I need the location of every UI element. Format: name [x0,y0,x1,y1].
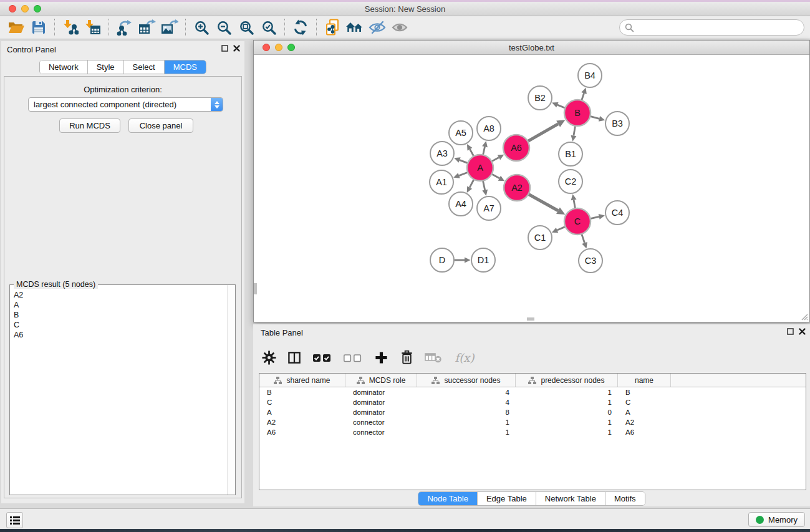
tab-select[interactable]: Select [124,60,165,74]
result-item[interactable]: A2 [10,290,226,300]
node-table[interactable]: shared nameMCDS rolesuccessor nodesprede… [259,373,806,490]
task-history-button[interactable] [6,512,23,528]
criterion-dropdown[interactable]: largest connected component (directed) [28,97,223,112]
close-window-button[interactable] [9,5,16,12]
zoom-out-icon[interactable] [213,17,235,37]
edge-C-C3[interactable] [582,234,585,243]
table-cell[interactable]: 4 [417,387,516,397]
table-cell[interactable]: A2 [259,417,345,427]
splitter-handle-bottom[interactable] [527,317,534,321]
edge-A6-B[interactable] [528,124,558,142]
edge-A-A5[interactable] [470,149,474,156]
resize-grip-icon[interactable] [800,312,808,321]
table-cell[interactable]: connector [345,417,417,427]
column-header-MCDS-role[interactable]: MCDS role [345,374,417,387]
network-graph[interactable]: B4B2BB3A8A5A6A3B1AC2A1A2A4A7C4CC1DD1C3 [254,55,809,322]
table-row[interactable]: A6connector11A6 [259,427,806,437]
unselect-all-icon[interactable] [342,349,364,365]
show-eye-icon[interactable] [388,17,411,37]
table-cell[interactable]: dominator [345,387,417,397]
function-builder-icon[interactable]: f(x) [452,349,477,365]
table-cell[interactable]: B [618,387,671,397]
memory-button[interactable]: Memory [748,512,805,527]
edge-C-C4[interactable] [591,216,599,218]
result-item[interactable]: C [10,320,226,330]
tab-network[interactable]: Network [40,60,88,74]
edge-A-A2[interactable] [491,174,499,178]
result-item[interactable]: B [10,310,226,320]
run-mcds-button[interactable]: Run MCDS [59,118,120,133]
table-row[interactable]: A2connector11A2 [259,417,806,427]
edge-C-C2[interactable] [574,200,575,209]
export-table-icon[interactable] [136,17,158,37]
table-cell[interactable]: A [259,407,345,417]
import-table-icon[interactable] [82,17,104,37]
table-row[interactable]: Cdominator41C [259,397,806,407]
edge-A-A1[interactable] [459,172,468,175]
column-header-successor-nodes[interactable]: successor nodes [417,374,516,387]
table-cell[interactable]: C [259,397,345,407]
trash-icon[interactable] [398,349,415,365]
edge-B-B1[interactable] [574,126,576,136]
float-table-panel-icon[interactable] [787,328,794,335]
home-network-icon[interactable] [344,17,366,37]
clone-network-icon[interactable] [321,17,344,37]
search-field[interactable] [619,19,804,36]
column-header-shared-name[interactable]: shared name [259,374,345,387]
gear-icon[interactable] [261,349,277,365]
tab-style[interactable]: Style [88,60,124,74]
hide-eye-icon[interactable] [366,17,388,37]
splitter-handle-left[interactable] [254,283,257,294]
export-network-icon[interactable] [113,17,136,37]
table-cell[interactable]: A6 [259,427,345,437]
column-header-name[interactable]: name [618,374,671,387]
zoom-window-button[interactable] [34,5,41,12]
refresh-icon[interactable] [289,17,312,37]
open-folder-icon[interactable] [5,17,27,37]
result-item[interactable]: A6 [10,330,226,340]
close-panel-button[interactable]: Close panel [128,118,193,133]
table-cell[interactable]: 8 [417,407,516,417]
edge-A-A7[interactable] [483,181,485,190]
table-cell[interactable]: 1 [516,397,618,407]
mcds-result-list[interactable]: A2ABCA6 [10,290,226,495]
table-cell[interactable]: B [259,387,345,397]
table-cell[interactable]: A [618,407,671,417]
column-view-icon[interactable] [286,349,302,365]
result-item[interactable]: A [10,300,226,310]
close-table-panel-icon[interactable] [799,328,806,335]
edge-A-A4[interactable] [470,180,474,188]
table-cell[interactable]: 4 [417,397,516,407]
tab-edge-table[interactable]: Edge Table [478,492,536,505]
save-icon[interactable] [27,17,50,37]
import-network-icon[interactable] [59,17,82,37]
table-row[interactable]: Bdominator41B [259,387,806,397]
table-cell[interactable]: 1 [516,387,618,397]
table-row[interactable]: Adominator80A [259,407,806,417]
edge-A-A8[interactable] [483,147,485,155]
table-cell[interactable]: 1 [417,427,516,437]
close-network-window-button[interactable] [263,44,270,51]
zoom-in-icon[interactable] [190,17,213,37]
close-panel-icon[interactable] [233,45,240,52]
edge-C-C1[interactable] [557,226,566,230]
edge-B-B4[interactable] [582,93,584,100]
table-cell[interactable]: 0 [516,407,618,417]
minimize-network-window-button[interactable] [275,44,282,51]
table-cell[interactable]: dominator [345,407,417,417]
table-cell[interactable]: A2 [618,417,671,427]
zoom-network-window-button[interactable] [287,44,295,51]
table-cell[interactable]: dominator [345,397,417,407]
float-panel-icon[interactable] [221,45,228,52]
table-cell[interactable]: 1 [516,427,618,437]
network-canvas[interactable]: B4B2BB3A8A5A6A3B1AC2A1A2A4A7C4CC1DD1C3 [254,55,809,322]
table-cell[interactable]: A6 [618,427,671,437]
edge-B-B3[interactable] [590,116,599,118]
select-all-icon[interactable] [312,349,333,365]
edge-B-B2[interactable] [557,105,566,108]
minimize-window-button[interactable] [21,5,29,12]
zoom-selected-icon[interactable] [258,17,280,37]
column-header-predecessor-nodes[interactable]: predecessor nodes [516,374,618,387]
zoom-fit-icon[interactable] [235,17,258,37]
edge-A2-C[interactable] [528,194,558,211]
